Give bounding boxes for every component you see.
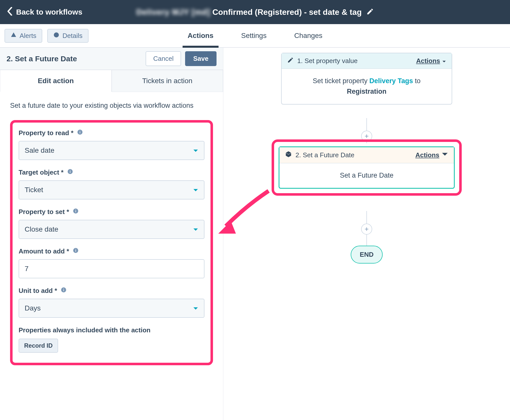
alert-icon [11,32,17,40]
workflow-title: Delivery MJY [md] Confirmed (Registered)… [136,8,362,17]
node-step-label: 2. Set a Future Date [295,151,412,159]
add-step-button-2[interactable]: + [361,224,372,235]
tab-changes-label: Changes [294,32,322,40]
svg-rect-11 [75,250,76,252]
workflow-title-visible: Confirmed (Registered) - set date & tag [212,8,362,17]
details-button[interactable]: Details [47,29,88,43]
sub-bar: Alerts Details Actions Settings Changes [0,24,510,48]
included-pills: Record ID [19,339,204,353]
top-bar: Back to workflows Delivery MJY [md] Conf… [0,0,510,24]
body-link[interactable]: Delivery Tags [369,77,413,85]
details-label: Details [62,32,82,40]
label-text: Amount to add * [19,247,69,255]
node-actions-label: Actions [416,57,440,65]
panel-title: 2. Set a Future Date [7,55,146,63]
select-target-object[interactable]: Ticket [19,180,204,199]
chevron-down-icon [441,151,448,160]
main: 2. Set a Future Date Cancel Save Edit ac… [0,48,510,420]
select-value: Sale date [25,146,54,154]
back-to-workflows-link[interactable]: Back to workflows [7,7,82,17]
svg-rect-8 [75,211,76,212]
node-step-label: 1. Set property value [297,57,413,65]
field-label-target-object: Target object * [19,169,204,176]
chevron-left-icon [7,7,13,17]
workflow-title-hidden: Delivery MJY [md] [136,8,210,17]
label-text: Property to read * [19,129,73,137]
field-unit-to-add: Unit to add * Days [19,287,204,318]
panel-body: Set a future date to your existing objec… [0,92,223,420]
panel-tab-edit-label: Edit action [38,77,74,85]
save-button[interactable]: Save [185,51,217,66]
field-label-property-to-set: Property to set * [19,208,204,216]
select-property-to-set[interactable]: Close date [19,220,204,239]
node-body: Set ticket property Delivery Tags to Reg… [282,69,452,104]
field-amount-to-add: Amount to add * [19,247,204,278]
pencil-icon[interactable] [366,8,374,16]
node-2-highlight: 2. Set a Future Date Actions Set a Futur… [272,139,462,196]
field-label-property-to-read: Property to read * [19,129,204,137]
field-included-properties: Properties always included with the acti… [19,326,204,353]
panel-header: 2. Set a Future Date Cancel Save [0,48,223,70]
info-icon[interactable] [73,247,79,255]
info-icon[interactable] [67,169,73,176]
body-bold: Registration [347,88,387,95]
form-highlight-box: Property to read * Sale date Target obje… [10,120,213,365]
node-header: 1. Set property value Actions [282,53,452,69]
tab-actions-label: Actions [188,32,214,40]
input-amount-to-add[interactable] [19,259,204,278]
select-property-to-read[interactable]: Sale date [19,141,204,160]
workflow-node-2[interactable]: 2. Set a Future Date Actions Set a Futur… [279,146,455,189]
field-label-unit-to-add: Unit to add * [19,287,204,295]
select-unit-to-add[interactable]: Days [19,299,204,318]
tab-changes[interactable]: Changes [294,24,322,47]
svg-rect-2 [80,132,80,133]
left-panel: 2. Set a Future Date Cancel Save Edit ac… [0,48,223,420]
panel-tab-edit-action[interactable]: Edit action [0,70,112,92]
svg-point-0 [54,32,59,37]
cancel-button[interactable]: Cancel [146,51,181,66]
label-text: Unit to add * [19,287,57,295]
field-label-amount-to-add: Amount to add * [19,247,204,255]
node-actions-dropdown[interactable]: Actions [415,151,448,160]
label-text: Target object * [19,169,64,176]
included-label: Properties always included with the acti… [19,326,204,334]
alerts-label: Alerts [20,32,36,40]
node-body: Set a Future Date [279,163,454,188]
svg-rect-9 [75,209,76,210]
field-property-to-read: Property to read * Sale date [19,129,204,160]
svg-rect-3 [80,131,80,131]
field-property-to-set: Property to set * Close date [19,208,204,239]
info-icon [53,32,59,40]
info-icon[interactable] [73,208,79,216]
select-value: Days [25,304,41,312]
end-node: END [351,246,383,264]
tab-settings[interactable]: Settings [241,24,267,47]
sub-tabs: Actions Settings Changes [188,24,322,47]
svg-rect-15 [63,288,64,289]
info-icon[interactable] [77,129,83,137]
pill-record-id: Record ID [19,339,58,353]
workflow-node-1[interactable]: 1. Set property value Actions Set ticket… [281,53,452,104]
body-mid: to [415,77,421,85]
select-value: Ticket [25,186,43,194]
field-target-object: Target object * Ticket [19,169,204,199]
panel-description: Set a future date to your existing objec… [10,100,213,111]
node-header: 2. Set a Future Date Actions [279,147,454,163]
node-actions-dropdown[interactable]: Actions [416,57,446,65]
alerts-button[interactable]: Alerts [5,29,42,43]
chevron-down-icon [193,304,198,312]
workflow-canvas[interactable]: 1. Set property value Actions Set ticket… [223,48,510,420]
chevron-down-icon [193,146,198,154]
info-icon[interactable] [61,287,67,295]
svg-rect-6 [70,170,70,171]
tab-actions[interactable]: Actions [188,24,214,47]
annotation-arrow-icon [216,186,271,236]
panel-tabs: Edit action Tickets in action [0,70,223,92]
svg-rect-14 [63,289,64,291]
body-prefix: Set ticket property [313,77,368,85]
panel-tab-tickets-label: Tickets in action [142,77,192,85]
back-label: Back to workflows [16,8,82,16]
node-actions-label: Actions [415,151,439,159]
panel-tab-tickets-in-action[interactable]: Tickets in action [112,70,223,92]
tab-settings-label: Settings [241,32,267,40]
